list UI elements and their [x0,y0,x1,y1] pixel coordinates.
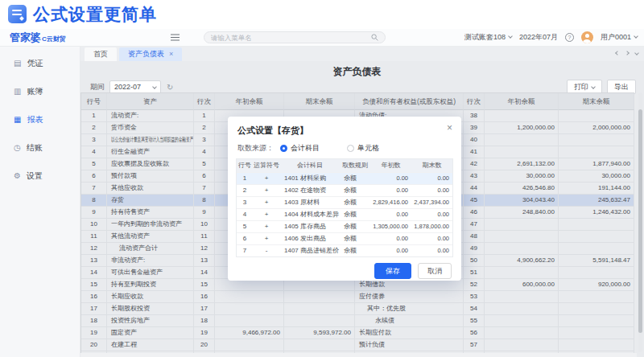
cell-row-no: 2 [81,122,107,134]
cell-liability-name: 永续债 [355,315,464,327]
cell-begin-balance [485,327,559,339]
col-header-rule: 取数规则 [340,159,370,172]
radio-account-subject[interactable]: 会计科目 [280,143,320,154]
search-input[interactable] [211,34,371,42]
cell-line-no: 1 [194,110,215,122]
formula-row[interactable]: 7-1407 商品进销差价余额0.000.00 [237,244,452,256]
scroll-right-icon[interactable] [625,51,630,55]
cell-subject: 1401 材料采购 [280,173,340,184]
cell-begin-balance [485,339,559,351]
sidebar-item-closing[interactable]: ◷结账 [0,140,80,156]
cell-begin-balance [485,110,559,122]
col-header-begin: 年初数 [370,159,411,172]
close-icon[interactable]: × [447,123,452,133]
cell-rule: 余额 [340,209,370,220]
sidebar-item-voucher[interactable]: ▤凭证 [0,55,80,72]
tab-menu-icon[interactable] [634,51,639,55]
closing-icon: ◷ [14,144,21,152]
tabbar: 首页 资产负债表× [80,47,644,61]
cell-line-no: 18 [194,315,215,327]
cell-operator: + [253,197,280,208]
cell-rule: 余额 [340,245,370,256]
cell-subject: 1406 发出商品 [280,233,340,244]
cell-end-balance [284,303,355,315]
cell-subject: 1402 在途物资 [280,185,340,196]
user-menu[interactable]: 用户0001 [601,32,638,43]
horizontal-scrollbar[interactable] [80,353,637,357]
sidebar-item-report[interactable]: ▦报表 [0,112,80,128]
formula-row[interactable]: 5+1405 库存商品余额1,305,000.001,878,000.00 [237,220,452,232]
scrollbar-thumb[interactable] [638,109,642,333]
menu-icon[interactable] [171,37,180,39]
period-label: 期间 [90,82,105,92]
menu-search[interactable] [204,31,386,43]
asset-name-text: 以公允价值计量且其变动计入当期损益的金融资产 [111,134,193,146]
save-button[interactable]: 保存 [374,263,411,279]
cell-asset-name: 以公允价值计量且其变动计入当期损益的金融资产 [107,134,194,146]
cell-begin-balance [215,291,284,303]
cell-end-amount: 0.00 [411,173,452,184]
cell-line-no: 10 [194,219,215,231]
table-row[interactable]: 16长期应收款16应付债券53 [81,291,634,303]
cell-row-no: 7 [81,183,107,195]
help-icon[interactable]: ? [565,33,574,42]
cell-row-no: 11 [81,231,107,243]
cell-end-balance [559,303,634,315]
cell-asset-name: 固定资产 [107,327,194,339]
table-row[interactable]: 15持有至到期投资15长期借款52600,000.00920,000.00 [81,279,634,291]
cell-end-balance [284,291,355,303]
refresh-icon[interactable]: ↻ [167,83,173,92]
topbar: 管家婆C云财贸 测试账套108 2022年07月 ? 用户0001 [0,29,644,47]
table-row[interactable]: 18投资性房地产18永续债55 [81,315,634,327]
table-row[interactable]: 19固定资产199,466,972.009,593,972.00长期应付款56 [81,327,634,339]
formula-row[interactable]: 3+1403 原材料余额2,829,416.002,437,394.00 [237,196,452,208]
radio-label: 会计科目 [291,144,320,152]
sidebar-item-ledger[interactable]: ▥账簿 [0,84,80,100]
vertical-scrollbar[interactable] [638,92,642,352]
cell-row-no: 2 [237,185,253,196]
formula-row[interactable]: 1+1401 材料采购余额0.000.00 [237,172,452,184]
cell-line-no: 3 [194,134,215,146]
sidebar-item-label: 设置 [27,170,43,182]
col-header-operator: 运算符号 [253,159,280,172]
cell-asset-name: 可供出售金融资产 [107,267,194,279]
chevron-down-icon [591,84,596,89]
cell-begin-balance [215,315,284,327]
cell-line-no: 16 [194,291,215,303]
close-icon[interactable]: × [169,51,173,58]
modal-title: 公式设置【存货】 [228,117,461,137]
cell-row-no: 1 [237,173,253,184]
sidebar-item-settings[interactable]: ⚙设置 [0,168,80,184]
formula-row[interactable]: 6+1406 发出商品余额0.000.00 [237,232,452,244]
page-title: 资产负债表 [80,65,634,79]
cell-begin-balance [485,134,559,146]
cell-row-no: 1 [81,110,107,122]
tab-home[interactable]: 首页 [85,47,117,61]
account-set-selector[interactable]: 测试账套108 [464,32,512,43]
radio-cell[interactable]: 单元格 [347,143,379,154]
cell-end-amount: 0.00 [411,185,452,196]
col-header-line: 行次 [464,93,485,110]
cell-begin-balance [215,279,284,291]
table-row[interactable]: 20在建工程20预计负债57 [81,339,634,351]
cell-begin-balance: 30,000.00 [485,170,559,183]
formula-row[interactable]: 4+1404 材料成本差异余额0.000.00 [237,208,452,220]
cell-asset-name: 货币资金 [107,122,194,134]
period-select[interactable]: 2022-07 [109,80,161,94]
cell-line-no: 13 [194,255,215,267]
cell-begin-balance: 426,546.80 [485,183,559,195]
cell-subject: 1405 库存商品 [280,221,340,232]
formula-row[interactable]: 2+1402 在途物资余额0.000.00 [237,184,452,196]
cell-line-no: 12 [194,243,215,255]
tab-balance-sheet[interactable]: 资产负债表× [119,47,182,61]
cell-line-no: 2 [194,122,215,134]
search-icon [371,34,378,41]
chevron-down-icon [634,34,638,39]
cell-line-no: 43 [464,170,485,183]
cell-line-no: 17 [194,303,215,315]
cell-end-balance [559,219,634,231]
table-row[interactable]: 17长期股权投资17其中：优先股54 [81,303,634,315]
scroll-left-icon[interactable] [615,51,620,55]
cancel-button[interactable]: 取消 [418,263,452,279]
avatar[interactable] [581,31,593,43]
